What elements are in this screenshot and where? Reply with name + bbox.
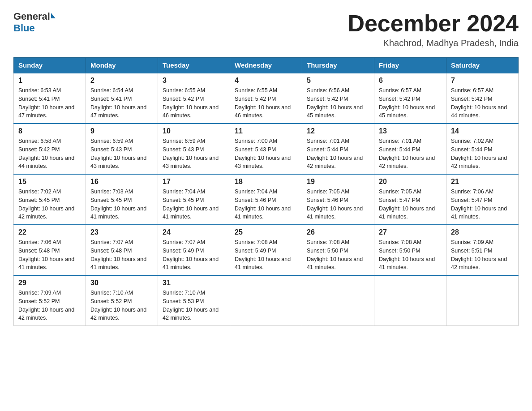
calendar-cell: 18Sunrise: 7:04 AMSunset: 5:46 PMDayligh… <box>230 174 302 225</box>
day-sun-info: Sunrise: 7:02 AMSunset: 5:44 PMDaylight:… <box>451 137 514 171</box>
calendar-cell: 17Sunrise: 7:04 AMSunset: 5:45 PMDayligh… <box>158 174 230 225</box>
calendar-cell <box>446 275 519 326</box>
column-header-wednesday: Wednesday <box>230 58 302 73</box>
day-sun-info: Sunrise: 6:54 AMSunset: 5:41 PMDaylight:… <box>90 86 153 120</box>
column-header-thursday: Thursday <box>302 58 374 73</box>
day-sun-info: Sunrise: 7:07 AMSunset: 5:48 PMDaylight:… <box>90 238 153 272</box>
calendar-cell: 21Sunrise: 7:06 AMSunset: 5:47 PMDayligh… <box>446 174 519 225</box>
day-number: 21 <box>451 178 514 186</box>
calendar-cell: 22Sunrise: 7:06 AMSunset: 5:48 PMDayligh… <box>14 225 86 275</box>
day-sun-info: Sunrise: 7:09 AMSunset: 5:52 PMDaylight:… <box>18 289 81 322</box>
calendar-cell: 8Sunrise: 6:58 AMSunset: 5:42 PMDaylight… <box>14 124 86 174</box>
calendar-cell <box>374 275 446 326</box>
calendar-cell: 3Sunrise: 6:55 AMSunset: 5:42 PMDaylight… <box>158 73 230 124</box>
calendar-cell: 1Sunrise: 6:53 AMSunset: 5:41 PMDaylight… <box>14 73 86 124</box>
day-sun-info: Sunrise: 7:07 AMSunset: 5:49 PMDaylight:… <box>163 238 225 272</box>
calendar-header-row: SundayMondayTuesdayWednesdayThursdayFrid… <box>14 58 519 73</box>
calendar-cell: 5Sunrise: 6:56 AMSunset: 5:42 PMDaylight… <box>302 73 374 124</box>
day-sun-info: Sunrise: 6:53 AMSunset: 5:41 PMDaylight:… <box>18 86 81 120</box>
column-header-friday: Friday <box>374 58 446 73</box>
column-header-tuesday: Tuesday <box>158 58 230 73</box>
calendar-cell: 19Sunrise: 7:05 AMSunset: 5:46 PMDayligh… <box>302 174 374 225</box>
day-sun-info: Sunrise: 7:01 AMSunset: 5:44 PMDaylight:… <box>307 137 369 171</box>
calendar-cell <box>302 275 374 326</box>
logo-general-text: General <box>13 11 50 22</box>
day-number: 26 <box>307 228 369 236</box>
day-number: 31 <box>163 279 225 287</box>
day-sun-info: Sunrise: 7:03 AMSunset: 5:45 PMDaylight:… <box>90 188 153 221</box>
day-number: 1 <box>18 77 81 85</box>
day-number: 27 <box>379 228 442 236</box>
day-number: 15 <box>18 178 81 186</box>
calendar-cell: 14Sunrise: 7:02 AMSunset: 5:44 PMDayligh… <box>446 124 519 174</box>
day-sun-info: Sunrise: 7:10 AMSunset: 5:52 PMDaylight:… <box>90 289 153 322</box>
location-subtitle: Khachrod, Madhya Pradesh, India <box>348 38 519 48</box>
calendar-cell: 31Sunrise: 7:10 AMSunset: 5:53 PMDayligh… <box>158 275 230 326</box>
calendar-cell: 30Sunrise: 7:10 AMSunset: 5:52 PMDayligh… <box>86 275 158 326</box>
calendar-week-row: 29Sunrise: 7:09 AMSunset: 5:52 PMDayligh… <box>14 275 519 326</box>
day-sun-info: Sunrise: 7:08 AMSunset: 5:50 PMDaylight:… <box>379 238 442 272</box>
day-sun-info: Sunrise: 7:02 AMSunset: 5:45 PMDaylight:… <box>18 188 81 221</box>
day-number: 13 <box>379 127 442 135</box>
calendar-cell: 6Sunrise: 6:57 AMSunset: 5:42 PMDaylight… <box>374 73 446 124</box>
logo-blue-text: Blue <box>13 22 56 34</box>
calendar-table: SundayMondayTuesdayWednesdayThursdayFrid… <box>13 57 519 326</box>
logo-triangle-icon <box>51 13 56 18</box>
calendar-cell: 7Sunrise: 6:57 AMSunset: 5:42 PMDaylight… <box>446 73 519 124</box>
day-sun-info: Sunrise: 7:05 AMSunset: 5:47 PMDaylight:… <box>379 188 442 221</box>
calendar-cell: 27Sunrise: 7:08 AMSunset: 5:50 PMDayligh… <box>374 225 446 275</box>
day-sun-info: Sunrise: 6:58 AMSunset: 5:42 PMDaylight:… <box>18 137 81 171</box>
day-sun-info: Sunrise: 7:08 AMSunset: 5:49 PMDaylight:… <box>235 238 297 272</box>
day-number: 7 <box>451 77 514 85</box>
day-number: 18 <box>235 178 297 186</box>
day-number: 24 <box>163 228 225 236</box>
day-number: 20 <box>379 178 442 186</box>
day-number: 12 <box>307 127 369 135</box>
day-sun-info: Sunrise: 7:05 AMSunset: 5:46 PMDaylight:… <box>307 188 369 221</box>
calendar-cell: 25Sunrise: 7:08 AMSunset: 5:49 PMDayligh… <box>230 225 302 275</box>
day-sun-info: Sunrise: 7:06 AMSunset: 5:47 PMDaylight:… <box>451 188 514 221</box>
calendar-cell: 9Sunrise: 6:59 AMSunset: 5:43 PMDaylight… <box>86 124 158 174</box>
day-number: 3 <box>163 77 225 85</box>
calendar-cell: 11Sunrise: 7:00 AMSunset: 5:43 PMDayligh… <box>230 124 302 174</box>
day-sun-info: Sunrise: 6:55 AMSunset: 5:42 PMDaylight:… <box>163 86 225 120</box>
day-sun-info: Sunrise: 7:04 AMSunset: 5:45 PMDaylight:… <box>163 188 225 221</box>
day-sun-info: Sunrise: 7:06 AMSunset: 5:48 PMDaylight:… <box>18 238 81 272</box>
day-number: 8 <box>18 127 81 135</box>
calendar-week-row: 15Sunrise: 7:02 AMSunset: 5:45 PMDayligh… <box>14 174 519 225</box>
calendar-cell: 12Sunrise: 7:01 AMSunset: 5:44 PMDayligh… <box>302 124 374 174</box>
day-sun-info: Sunrise: 7:04 AMSunset: 5:46 PMDaylight:… <box>235 188 297 221</box>
day-number: 17 <box>163 178 225 186</box>
day-number: 9 <box>90 127 153 135</box>
day-sun-info: Sunrise: 7:00 AMSunset: 5:43 PMDaylight:… <box>235 137 297 171</box>
month-year-title: December 2024 <box>348 11 519 36</box>
calendar-week-row: 22Sunrise: 7:06 AMSunset: 5:48 PMDayligh… <box>14 225 519 275</box>
day-sun-info: Sunrise: 6:55 AMSunset: 5:42 PMDaylight:… <box>235 86 297 120</box>
column-header-saturday: Saturday <box>446 58 519 73</box>
calendar-cell: 24Sunrise: 7:07 AMSunset: 5:49 PMDayligh… <box>158 225 230 275</box>
calendar-cell: 16Sunrise: 7:03 AMSunset: 5:45 PMDayligh… <box>86 174 158 225</box>
calendar-cell <box>230 275 302 326</box>
calendar-cell: 23Sunrise: 7:07 AMSunset: 5:48 PMDayligh… <box>86 225 158 275</box>
calendar-week-row: 8Sunrise: 6:58 AMSunset: 5:42 PMDaylight… <box>14 124 519 174</box>
day-number: 16 <box>90 178 153 186</box>
column-header-monday: Monday <box>86 58 158 73</box>
column-header-sunday: Sunday <box>14 58 86 73</box>
calendar-cell: 28Sunrise: 7:09 AMSunset: 5:51 PMDayligh… <box>446 225 519 275</box>
day-number: 22 <box>18 228 81 236</box>
calendar-cell: 29Sunrise: 7:09 AMSunset: 5:52 PMDayligh… <box>14 275 86 326</box>
day-number: 23 <box>90 228 153 236</box>
day-sun-info: Sunrise: 7:10 AMSunset: 5:53 PMDaylight:… <box>163 289 225 322</box>
day-sun-info: Sunrise: 6:56 AMSunset: 5:42 PMDaylight:… <box>307 86 369 120</box>
day-sun-info: Sunrise: 6:57 AMSunset: 5:42 PMDaylight:… <box>451 86 514 120</box>
day-sun-info: Sunrise: 6:57 AMSunset: 5:42 PMDaylight:… <box>379 86 442 120</box>
day-number: 6 <box>379 77 442 85</box>
day-number: 2 <box>90 77 153 85</box>
page-header: General Blue December 2024 Khachrod, Mad… <box>13 11 519 48</box>
calendar-title-area: December 2024 Khachrod, Madhya Pradesh, … <box>348 11 519 48</box>
day-number: 25 <box>235 228 297 236</box>
calendar-cell: 10Sunrise: 6:59 AMSunset: 5:43 PMDayligh… <box>158 124 230 174</box>
day-number: 30 <box>90 279 153 287</box>
calendar-cell: 4Sunrise: 6:55 AMSunset: 5:42 PMDaylight… <box>230 73 302 124</box>
day-number: 10 <box>163 127 225 135</box>
